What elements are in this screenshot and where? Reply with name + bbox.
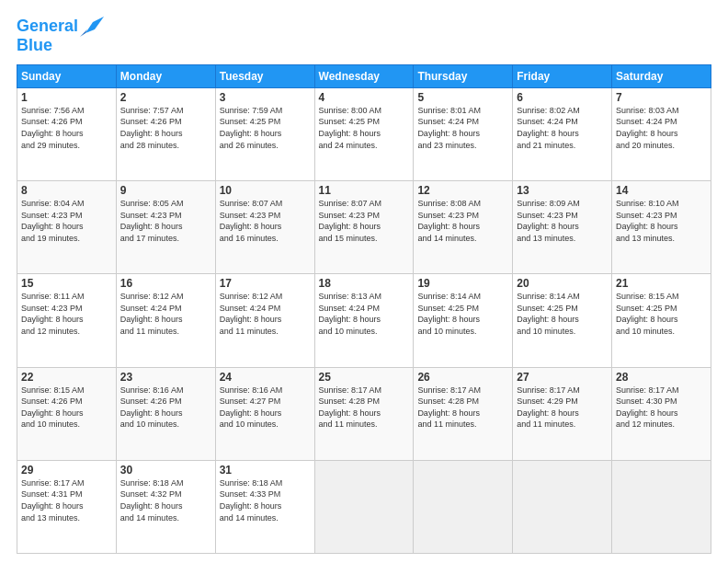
day-info: Sunrise: 8:16 AM Sunset: 4:27 PM Dayligh… [220, 385, 311, 431]
calendar-cell: 11Sunrise: 8:07 AM Sunset: 4:23 PM Dayli… [314, 181, 414, 274]
calendar-table: SundayMondayTuesdayWednesdayThursdayFrid… [17, 64, 711, 554]
day-number: 6 [517, 91, 608, 104]
calendar-cell: 17Sunrise: 8:12 AM Sunset: 4:24 PM Dayli… [215, 274, 314, 367]
day-info: Sunrise: 8:17 AM Sunset: 4:29 PM Dayligh… [517, 385, 608, 431]
day-info: Sunrise: 7:57 AM Sunset: 4:26 PM Dayligh… [120, 105, 211, 151]
day-number: 12 [417, 184, 508, 197]
day-number: 22 [21, 371, 112, 384]
day-number: 17 [220, 277, 311, 290]
calendar-cell: 2Sunrise: 7:57 AM Sunset: 4:26 PM Daylig… [116, 87, 215, 180]
day-number: 27 [517, 371, 608, 384]
weekday-header-saturday: Saturday [612, 64, 711, 87]
svg-marker-0 [85, 17, 104, 33]
calendar-week-1: 1Sunrise: 7:56 AM Sunset: 4:26 PM Daylig… [17, 87, 711, 180]
day-number: 7 [616, 91, 707, 104]
logo: General Blue [17, 17, 104, 55]
day-info: Sunrise: 8:17 AM Sunset: 4:28 PM Dayligh… [417, 385, 508, 431]
calendar-cell: 28Sunrise: 8:17 AM Sunset: 4:30 PM Dayli… [612, 367, 711, 460]
calendar-cell: 24Sunrise: 8:16 AM Sunset: 4:27 PM Dayli… [215, 367, 314, 460]
calendar-week-3: 15Sunrise: 8:11 AM Sunset: 4:23 PM Dayli… [17, 274, 711, 367]
day-info: Sunrise: 8:17 AM Sunset: 4:31 PM Dayligh… [21, 477, 112, 523]
weekday-header-friday: Friday [513, 64, 612, 87]
day-number: 2 [120, 91, 211, 104]
calendar-cell: 4Sunrise: 8:00 AM Sunset: 4:25 PM Daylig… [314, 87, 414, 180]
calendar-cell: 26Sunrise: 8:17 AM Sunset: 4:28 PM Dayli… [414, 367, 513, 460]
calendar-cell: 5Sunrise: 8:01 AM Sunset: 4:24 PM Daylig… [414, 87, 513, 180]
calendar-cell: 25Sunrise: 8:17 AM Sunset: 4:28 PM Dayli… [314, 367, 414, 460]
day-info: Sunrise: 8:17 AM Sunset: 4:30 PM Dayligh… [616, 385, 707, 431]
weekday-header-thursday: Thursday [414, 64, 513, 87]
day-info: Sunrise: 8:12 AM Sunset: 4:24 PM Dayligh… [220, 291, 311, 337]
day-info: Sunrise: 8:00 AM Sunset: 4:25 PM Dayligh… [319, 105, 410, 151]
calendar-cell: 23Sunrise: 8:16 AM Sunset: 4:26 PM Dayli… [116, 367, 215, 460]
day-number: 18 [319, 277, 410, 290]
day-number: 28 [616, 371, 707, 384]
day-info: Sunrise: 8:07 AM Sunset: 4:23 PM Dayligh… [220, 198, 311, 244]
day-info: Sunrise: 8:03 AM Sunset: 4:24 PM Dayligh… [616, 105, 707, 151]
calendar-cell: 12Sunrise: 8:08 AM Sunset: 4:23 PM Dayli… [414, 181, 513, 274]
calendar-cell: 16Sunrise: 8:12 AM Sunset: 4:24 PM Dayli… [116, 274, 215, 367]
day-number: 29 [21, 464, 112, 477]
day-info: Sunrise: 8:10 AM Sunset: 4:23 PM Dayligh… [616, 198, 707, 244]
calendar-cell: 31Sunrise: 8:18 AM Sunset: 4:33 PM Dayli… [215, 460, 314, 553]
logo-bird-icon [80, 17, 104, 37]
calendar-cell: 6Sunrise: 8:02 AM Sunset: 4:24 PM Daylig… [513, 87, 612, 180]
day-info: Sunrise: 8:14 AM Sunset: 4:25 PM Dayligh… [417, 291, 508, 337]
weekday-header-wednesday: Wednesday [314, 64, 414, 87]
day-number: 1 [21, 91, 112, 104]
calendar-cell: 14Sunrise: 8:10 AM Sunset: 4:23 PM Dayli… [612, 181, 711, 274]
day-number: 30 [120, 464, 211, 477]
day-info: Sunrise: 8:17 AM Sunset: 4:28 PM Dayligh… [319, 385, 410, 431]
logo-blue-text: Blue [17, 36, 52, 54]
day-info: Sunrise: 8:12 AM Sunset: 4:24 PM Dayligh… [120, 291, 211, 337]
calendar-cell: 27Sunrise: 8:17 AM Sunset: 4:29 PM Dayli… [513, 367, 612, 460]
weekday-header-row: SundayMondayTuesdayWednesdayThursdayFrid… [17, 64, 711, 87]
day-info: Sunrise: 7:56 AM Sunset: 4:26 PM Dayligh… [21, 105, 112, 151]
day-info: Sunrise: 8:08 AM Sunset: 4:23 PM Dayligh… [417, 198, 508, 244]
calendar-cell: 7Sunrise: 8:03 AM Sunset: 4:24 PM Daylig… [612, 87, 711, 180]
calendar-cell: 15Sunrise: 8:11 AM Sunset: 4:23 PM Dayli… [17, 274, 117, 367]
calendar-week-5: 29Sunrise: 8:17 AM Sunset: 4:31 PM Dayli… [17, 460, 711, 553]
calendar-cell: 8Sunrise: 8:04 AM Sunset: 4:23 PM Daylig… [17, 181, 117, 274]
day-number: 21 [616, 277, 707, 290]
day-number: 23 [120, 371, 211, 384]
calendar-cell: 20Sunrise: 8:14 AM Sunset: 4:25 PM Dayli… [513, 274, 612, 367]
day-number: 15 [21, 277, 112, 290]
calendar-cell: 29Sunrise: 8:17 AM Sunset: 4:31 PM Dayli… [17, 460, 117, 553]
weekday-header-monday: Monday [116, 64, 215, 87]
day-info: Sunrise: 8:11 AM Sunset: 4:23 PM Dayligh… [21, 291, 112, 337]
day-number: 19 [417, 277, 508, 290]
weekday-header-tuesday: Tuesday [215, 64, 314, 87]
calendar-cell: 22Sunrise: 8:15 AM Sunset: 4:26 PM Dayli… [17, 367, 117, 460]
day-info: Sunrise: 8:07 AM Sunset: 4:23 PM Dayligh… [319, 198, 410, 244]
calendar-cell: 9Sunrise: 8:05 AM Sunset: 4:23 PM Daylig… [116, 181, 215, 274]
svg-marker-1 [80, 29, 87, 37]
day-number: 26 [417, 371, 508, 384]
calendar-week-2: 8Sunrise: 8:04 AM Sunset: 4:23 PM Daylig… [17, 181, 711, 274]
day-number: 14 [616, 184, 707, 197]
day-number: 13 [517, 184, 608, 197]
day-number: 20 [517, 277, 608, 290]
day-number: 3 [220, 91, 311, 104]
day-number: 10 [220, 184, 311, 197]
calendar-cell: 30Sunrise: 8:18 AM Sunset: 4:32 PM Dayli… [116, 460, 215, 553]
page: General Blue SundayMondayTuesdayWednesda… [0, 0, 728, 563]
day-info: Sunrise: 8:09 AM Sunset: 4:23 PM Dayligh… [517, 198, 608, 244]
day-number: 16 [120, 277, 211, 290]
calendar-cell: 1Sunrise: 7:56 AM Sunset: 4:26 PM Daylig… [17, 87, 117, 180]
calendar-cell: 10Sunrise: 8:07 AM Sunset: 4:23 PM Dayli… [215, 181, 314, 274]
calendar-cell [414, 460, 513, 553]
day-info: Sunrise: 8:05 AM Sunset: 4:23 PM Dayligh… [120, 198, 211, 244]
day-info: Sunrise: 8:02 AM Sunset: 4:24 PM Dayligh… [517, 105, 608, 151]
day-info: Sunrise: 8:18 AM Sunset: 4:33 PM Dayligh… [220, 477, 311, 523]
day-number: 11 [319, 184, 410, 197]
day-number: 5 [417, 91, 508, 104]
calendar-cell: 13Sunrise: 8:09 AM Sunset: 4:23 PM Dayli… [513, 181, 612, 274]
calendar-cell [513, 460, 612, 553]
weekday-header-sunday: Sunday [17, 64, 117, 87]
day-info: Sunrise: 7:59 AM Sunset: 4:25 PM Dayligh… [220, 105, 311, 151]
day-info: Sunrise: 8:18 AM Sunset: 4:32 PM Dayligh… [120, 477, 211, 523]
day-info: Sunrise: 8:13 AM Sunset: 4:24 PM Dayligh… [319, 291, 410, 337]
day-info: Sunrise: 8:15 AM Sunset: 4:26 PM Dayligh… [21, 385, 112, 431]
day-info: Sunrise: 8:14 AM Sunset: 4:25 PM Dayligh… [517, 291, 608, 337]
